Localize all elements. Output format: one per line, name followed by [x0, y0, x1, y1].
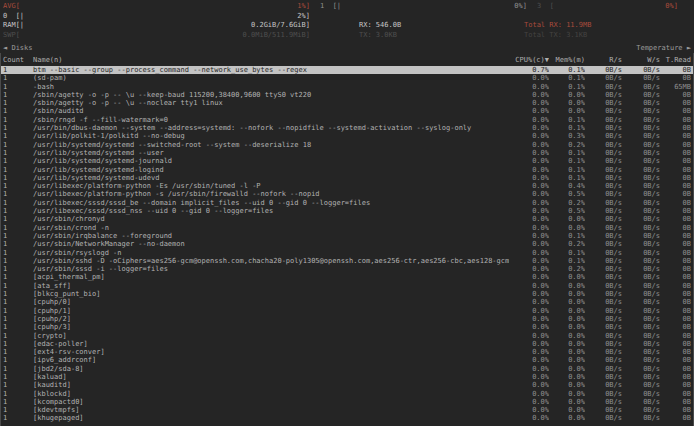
cell-rps: 0B/s [585, 390, 622, 398]
process-row[interactable]: 1/usr/lib/polkit-1/polkitd --no-debug0.0… [1, 132, 693, 140]
process-row[interactable]: 1/usr/lib/systemd/systemd-journald0.0%0.… [1, 157, 693, 165]
process-row[interactable]: 1/sbin/rngd -f --fill-watermark=00.0%0.1… [1, 116, 693, 124]
process-row[interactable]: 1(sd-pam)0.0%0.1%0B/s0B/s0B [1, 74, 693, 82]
process-row[interactable]: 1/usr/libexec/sssd/sssd_be --domain impl… [1, 199, 693, 207]
process-row[interactable]: 1[ext4-rsv-conver]0.0%0.0%0B/s0B/s0B [1, 348, 693, 356]
cell-mem: 0.1% [549, 83, 585, 91]
cell-wps: 0B/s [622, 124, 660, 132]
cell-wps: 0B/s [622, 249, 660, 257]
cpu-core0-value: 2%] [297, 12, 310, 21]
column-header-write-per-sec[interactable]: W/s [622, 55, 660, 65]
process-row[interactable]: 1[acpi_thermal_pm]0.0%0.0%0B/s0B/s0B [1, 273, 693, 281]
column-header-mem[interactable]: Mem%(m) [549, 55, 585, 65]
cell-cpu: 0.0% [509, 141, 549, 149]
process-row[interactable]: 1[kaluad]0.0%0.0%0B/s0B/s0B [1, 373, 693, 381]
cell-name: [acpi_thermal_pm] [33, 273, 509, 281]
cell-tread: 0B [660, 207, 693, 215]
cpu-core1-value: 0%] [514, 2, 527, 11]
column-header-name[interactable]: Name(n) [33, 55, 509, 65]
cell-wps: 0B/s [622, 282, 660, 290]
nav-temperature-button[interactable]: Temperature ► [636, 44, 691, 53]
process-row[interactable]: 1[ata_sff]0.0%0.0%0B/s0B/s0B [1, 282, 693, 290]
process-row[interactable]: 1[cpuhp/0]0.0%0.0%0B/s0B/s0B [1, 298, 693, 306]
cell-count: 1 [1, 390, 33, 398]
process-row[interactable]: 1[blkcg_punt_bio]0.0%0.0%0B/s0B/s0B [1, 290, 693, 298]
process-row[interactable]: 1[ipv6_addrconf]0.0%0.0%0B/s0B/s0B [1, 356, 693, 364]
cell-rps: 0B/s [585, 66, 622, 74]
cell-count: 1 [1, 381, 33, 389]
process-row[interactable]: 1[cpuhp/3]0.0%0.0%0B/s0B/s0B [1, 323, 693, 331]
cell-wps: 0B/s [622, 157, 660, 165]
column-header-read-per-sec[interactable]: R/s [585, 55, 622, 65]
process-row[interactable]: 1[khugepaged]0.0%0.0%0B/s0B/s0B [1, 414, 693, 422]
process-row[interactable]: 1/usr/libexec/platform-python -s /usr/sb… [1, 190, 693, 198]
cell-name: (sd-pam) [33, 74, 509, 82]
cell-mem: 0.2% [549, 141, 585, 149]
cell-wps: 0B/s [622, 365, 660, 373]
btm-terminal: AVG[1%]1 [|0%]3 [0%]0 [|2%]RAM[|0.2GiB/7… [0, 0, 694, 426]
cell-mem: 0.1% [549, 174, 585, 182]
cell-cpu: 0.0% [509, 365, 549, 373]
process-row[interactable]: 1[cpuhp/1]0.0%0.0%0B/s0B/s0B [1, 307, 693, 315]
column-header-count[interactable]: Count [1, 55, 33, 65]
process-row[interactable]: 1/usr/sbin/rsyslogd -n0.0%0.1%0B/s0B/s0B [1, 249, 693, 257]
cell-name: /usr/lib/polkit-1/polkitd --no-debug [33, 132, 509, 140]
cell-mem: 0.5% [549, 190, 585, 198]
process-row[interactable]: 1/usr/lib/systemd/systemd-udevd0.0%0.1%0… [1, 174, 693, 182]
process-row[interactable]: 1[edac-poller]0.0%0.0%0B/s0B/s0B [1, 340, 693, 348]
cell-mem: 0.3% [549, 132, 585, 140]
process-row[interactable]: 1/usr/libexec/platform-python -Es /usr/s… [1, 182, 693, 190]
process-row[interactable]: 1/usr/sbin/chronyd0.0%0.0%0B/s0B/s0B [1, 215, 693, 223]
cell-mem: 0.0% [549, 224, 585, 232]
cell-cpu: 0.0% [509, 157, 549, 165]
process-row[interactable]: 1[kauditd]0.0%0.0%0B/s0B/s0B [1, 381, 693, 389]
cell-tread: 0B [660, 282, 693, 290]
nav-disks-button[interactable]: ◄ Disks [3, 44, 33, 53]
cell-rps: 0B/s [585, 257, 622, 265]
process-row[interactable]: 1[cpuhp/2]0.0%0.0%0B/s0B/s0B [1, 315, 693, 323]
cell-tread: 0B [660, 315, 693, 323]
cell-rps: 0B/s [585, 406, 622, 414]
process-row[interactable]: 1-bash0.0%0.1%0B/s0B/s65MB [1, 83, 693, 91]
cell-rps: 0B/s [585, 107, 622, 115]
cell-tread: 0B [660, 365, 693, 373]
process-row[interactable]: 1/usr/lib/systemd/systemd --switched-roo… [1, 141, 693, 149]
process-row[interactable]: 1/sbin/agetty -o -p -- \u --noclear tty1… [1, 99, 693, 107]
process-row[interactable]: 1/usr/sbin/NetworkManager --no-daemon0.0… [1, 240, 693, 248]
column-header-cpu-sorted[interactable]: CPU%(c)▼ [509, 55, 549, 65]
cell-name: /usr/lib/systemd/systemd --switched-root… [33, 141, 509, 149]
cell-name: /sbin/agetty -o -p -- \u --noclear tty1 … [33, 99, 509, 107]
process-row[interactable]: 1/usr/lib/systemd/systemd --user0.0%0.1%… [1, 149, 693, 157]
process-row[interactable]: 1/usr/sbin/crond -n0.0%0.0%0B/s0B/s0B [1, 224, 693, 232]
process-row-selected[interactable]: 1btm --basic --group --process_command -… [1, 66, 693, 74]
process-row[interactable]: 1/sbin/agetty -o -p -- \u --keep-baud 11… [1, 91, 693, 99]
process-row[interactable]: 1/usr/sbin/sshd -D -oCiphers=aes256-gcm@… [1, 257, 693, 265]
process-row[interactable]: 1/usr/lib/systemd/systemd-logind0.0%0.1%… [1, 166, 693, 174]
process-row[interactable]: 1[jbd2/sda-8]0.0%0.0%0B/s0B/s0B [1, 365, 693, 373]
process-row[interactable]: 1/usr/bin/dbus-daemon --system --address… [1, 124, 693, 132]
process-row[interactable]: 1/usr/sbin/sssd -i --logger=files0.0%0.2… [1, 265, 693, 273]
cell-name: /usr/sbin/NetworkManager --no-daemon [33, 240, 509, 248]
cell-name: /usr/libexec/sssd/sssd_nss --uid 0 --gid… [33, 207, 509, 215]
cell-mem: 0.1% [549, 66, 585, 74]
cell-rps: 0B/s [585, 265, 622, 273]
process-row[interactable]: 1/usr/libexec/sssd/sssd_nss --uid 0 --gi… [1, 207, 693, 215]
process-row[interactable]: 1[kblockd]0.0%0.0%0B/s0B/s0B [1, 390, 693, 398]
cell-name: /usr/lib/systemd/systemd --user [33, 149, 509, 157]
cell-count: 1 [1, 91, 33, 99]
process-row[interactable]: 1[kdevtmpfs]0.0%0.0%0B/s0B/s0B [1, 406, 693, 414]
cell-count: 1 [1, 290, 33, 298]
cell-count: 1 [1, 249, 33, 257]
process-row[interactable]: 1/sbin/auditd0.0%0.0%0B/s0B/s0B [1, 107, 693, 115]
cell-rps: 0B/s [585, 365, 622, 373]
cell-cpu: 0.0% [509, 132, 549, 140]
cell-name: /usr/libexec/platform-python -Es /usr/sb… [33, 182, 509, 190]
process-row[interactable]: 1[kcompactd0]0.0%0.0%0B/s0B/s0B [1, 398, 693, 406]
cell-cpu: 0.0% [509, 414, 549, 422]
cell-mem: 0.0% [549, 323, 585, 331]
process-row[interactable]: 1[crypto]0.0%0.0%0B/s0B/s0B [1, 332, 693, 340]
cell-name: [ext4-rsv-conver] [33, 348, 509, 356]
column-header-total-read[interactable]: T.Read [660, 55, 693, 65]
process-row[interactable]: 1/usr/sbin/irqbalance --foreground0.0%0.… [1, 232, 693, 240]
cell-rps: 0B/s [585, 373, 622, 381]
